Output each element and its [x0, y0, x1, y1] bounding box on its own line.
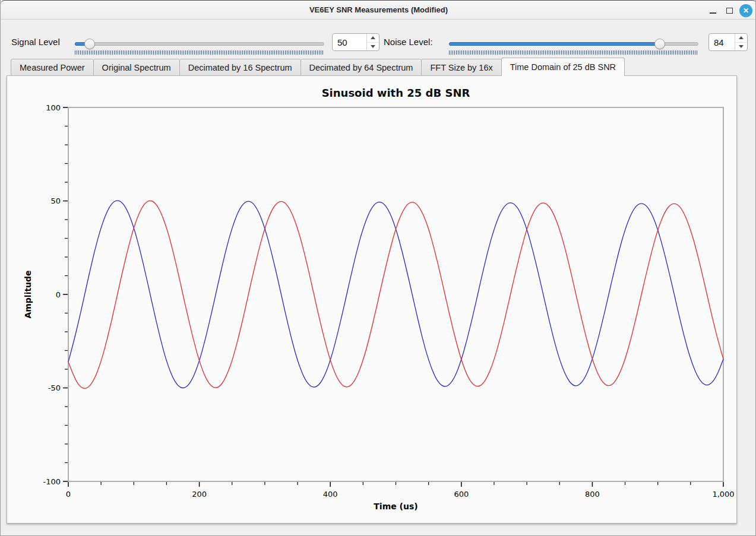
y-tick-label: 100: [46, 103, 61, 112]
signal-spin-down-button[interactable]: [367, 43, 379, 51]
noise-spin-up-button[interactable]: [735, 34, 747, 43]
x-tick-label: 200: [192, 490, 207, 499]
tab-fft-size-16x[interactable]: FFT Size by 16x: [421, 59, 501, 76]
minimize-icon: [710, 12, 716, 14]
noise-slider-tickmarks: [449, 50, 698, 55]
title-bar: VE6EY SNR Measurements (Modified) ✕: [1, 0, 756, 20]
x-tick-label: 1,000: [712, 490, 734, 499]
signal-slider-handle[interactable]: [84, 39, 95, 49]
x-axis-label: Time (us): [374, 502, 417, 511]
x-tick-label: 600: [454, 490, 469, 499]
noise-spin-down-button[interactable]: [735, 43, 747, 51]
arrow-down-icon: [739, 45, 744, 48]
y-tick-label: -50: [48, 383, 61, 392]
tab-measured-power[interactable]: Measured Power: [11, 59, 94, 76]
tab-decimated-64-spectrum[interactable]: Decimated by 64 Spectrum: [300, 59, 422, 76]
x-tick-label: 0: [66, 490, 71, 499]
plot-frame: [68, 107, 723, 481]
arrow-down-icon: [371, 45, 375, 48]
y-axis-label: Amplitude: [23, 270, 33, 318]
arrow-up-icon: [371, 36, 375, 39]
y-tick-label: 0: [56, 290, 61, 299]
app-window: { "window": { "title": "VE6EY SNR Measur…: [0, 0, 756, 536]
y-tick-label: -100: [43, 477, 61, 486]
close-icon: ✕: [739, 4, 752, 17]
noise-level-input[interactable]: [709, 34, 735, 50]
noise-slider-fill: [449, 42, 660, 46]
maximize-button[interactable]: [722, 4, 736, 18]
close-button[interactable]: ✕: [739, 4, 753, 18]
x-tick-label: 800: [585, 490, 600, 499]
signal-slider-track[interactable]: [75, 42, 324, 46]
minimize-button[interactable]: [706, 4, 720, 18]
window-title: VE6EY SNR Measurements (Modified): [1, 5, 756, 14]
signal-level-spinbox: [332, 33, 379, 51]
tab-content-panel: Sinusoid with 25 dB SNR 02004006008001,0…: [7, 75, 737, 524]
arrow-up-icon: [739, 36, 744, 39]
noise-slider-handle[interactable]: [654, 39, 665, 49]
x-tick-label: 400: [323, 490, 338, 499]
noise-level-label: Noise Level:: [384, 37, 433, 47]
tab-bar: Measured Power Original Spectrum Decimat…: [7, 58, 624, 76]
tab-decimated-16-spectrum[interactable]: Decimated by 16 Spectrum: [179, 59, 301, 76]
maximize-icon: [726, 8, 733, 14]
noise-level-spinbox: [708, 33, 748, 51]
tab-time-domain-25db-snr[interactable]: Time Domain of 25 dB SNR: [501, 58, 625, 76]
noise-spin-buttons: [735, 34, 747, 50]
signal-level-input[interactable]: [333, 34, 366, 50]
plot-svg: 02004006008001,000-100-50050100Time (us)…: [7, 76, 736, 523]
signal-level-slider[interactable]: [75, 39, 324, 49]
signal-level-label: Signal Level: [11, 37, 60, 47]
signal-slider-tickmarks: [75, 50, 324, 55]
signal-spin-buttons: [366, 34, 379, 50]
tab-original-spectrum[interactable]: Original Spectrum: [93, 59, 180, 76]
noise-level-slider[interactable]: [449, 39, 698, 49]
signal-spin-up-button[interactable]: [367, 34, 379, 43]
y-tick-label: 50: [50, 196, 61, 205]
